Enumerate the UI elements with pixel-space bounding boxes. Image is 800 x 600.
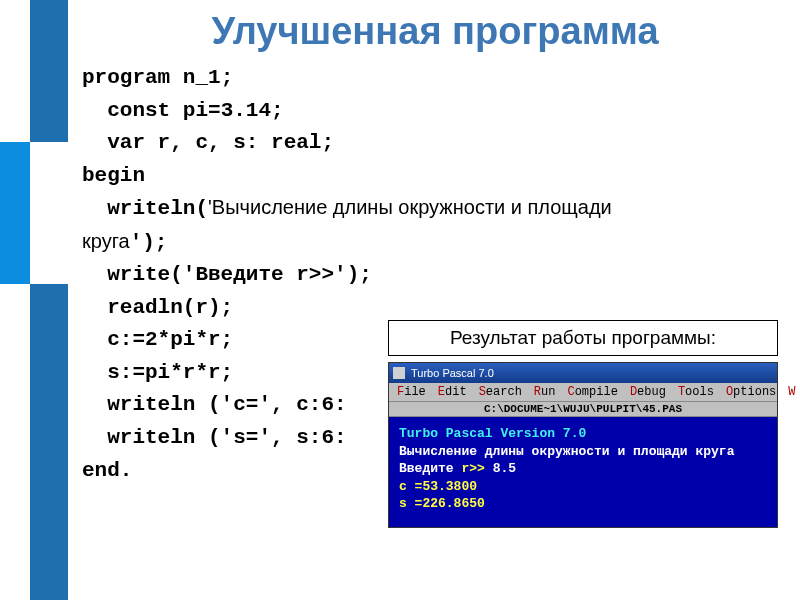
stripe-segment bbox=[0, 142, 30, 284]
keyword: const bbox=[82, 99, 170, 122]
console-line: Turbo Pascal Version 7.0 bbox=[399, 426, 586, 441]
code-text: . bbox=[120, 459, 133, 482]
menu-item[interactable]: Debug bbox=[630, 385, 666, 399]
code-text: '); bbox=[130, 231, 168, 254]
file-path-bar: C:\DOCUME~1\WUJU\PULPIT\45.PAS bbox=[389, 402, 777, 417]
stripe-segment bbox=[30, 0, 68, 142]
code-text: writeln ('s=', s:6: bbox=[82, 426, 347, 449]
keyword: begin bbox=[82, 164, 145, 187]
console-prompt: r>> bbox=[461, 461, 492, 476]
code-text: writeln ('c=', c:6: bbox=[82, 393, 347, 416]
console-output: Turbo Pascal Version 7.0 Вычисление длин… bbox=[389, 417, 777, 527]
keyword: var bbox=[82, 131, 145, 154]
console-line: Вычисление длины окружности и площади кр… bbox=[399, 443, 767, 461]
menu-item[interactable]: Compile bbox=[567, 385, 617, 399]
keyword: program bbox=[82, 66, 170, 89]
code-text: r, c, s: real; bbox=[145, 131, 334, 154]
code-text: readln(r); bbox=[82, 296, 233, 319]
code-text: pi=3.14; bbox=[170, 99, 283, 122]
keyword: end bbox=[82, 459, 120, 482]
menu-item[interactable]: File bbox=[397, 385, 426, 399]
menu-item[interactable]: Run bbox=[534, 385, 556, 399]
code-text: c:=2*pi*r; bbox=[82, 328, 233, 351]
console-line: s =226.8650 bbox=[399, 495, 767, 513]
decorative-stripe bbox=[0, 0, 68, 600]
window-icon bbox=[393, 367, 405, 379]
console-prompt: Введите bbox=[399, 461, 461, 476]
menu-item[interactable]: Tools bbox=[678, 385, 714, 399]
string-literal: 'Вычисление длины окружности и площади bbox=[208, 196, 612, 218]
turbo-pascal-window: Turbo Pascal 7.0 File Edit Search Run Co… bbox=[388, 362, 778, 528]
string-literal: круга bbox=[82, 230, 130, 252]
menu-item[interactable]: W bbox=[788, 385, 795, 399]
window-title: Turbo Pascal 7.0 bbox=[411, 367, 494, 379]
menu-item[interactable]: Options bbox=[726, 385, 776, 399]
stripe-segment bbox=[30, 284, 68, 600]
menu-item[interactable]: Search bbox=[479, 385, 522, 399]
slide-title: Улучшенная программа bbox=[80, 10, 790, 53]
console-input-value: 8.5 bbox=[493, 461, 516, 476]
code-text: write('Введите r>>'); bbox=[82, 263, 372, 286]
code-text: writeln( bbox=[82, 197, 208, 220]
result-caption: Результат работы программы: bbox=[388, 320, 778, 356]
code-text: s:=pi*r*r; bbox=[82, 361, 233, 384]
console-line: c =53.3800 bbox=[399, 478, 767, 496]
menu-item[interactable]: Edit bbox=[438, 385, 467, 399]
menu-bar: File Edit Search Run Compile Debug Tools… bbox=[389, 383, 777, 402]
code-text: n_1; bbox=[170, 66, 233, 89]
titlebar: Turbo Pascal 7.0 bbox=[389, 363, 777, 383]
